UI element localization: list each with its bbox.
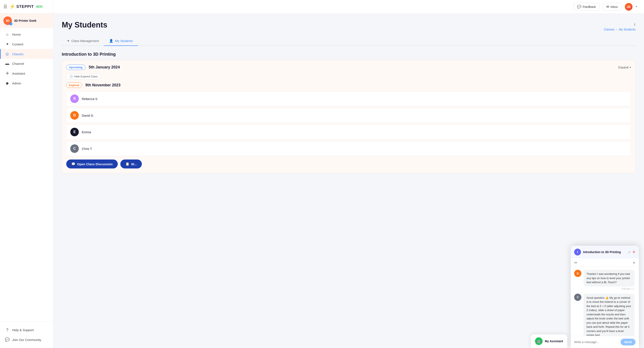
sidebar-item-community[interactable]: 💬 Join Our Community	[0, 335, 53, 344]
tab-class-management[interactable]: ✦ Class Management	[62, 36, 104, 46]
beta-badge: BETA	[35, 5, 43, 8]
upcoming-badge: Upcoming	[66, 65, 86, 70]
inbox-label: Inbox	[610, 5, 618, 9]
inbox-icon: ✉	[606, 5, 609, 9]
community-icon: 💬	[5, 337, 10, 342]
sidebar-item-classes[interactable]: ◎ Classes	[0, 49, 53, 59]
breadcrumb-area: ℹ Classes › My Students	[604, 21, 636, 31]
close-chat-button[interactable]: ✕	[632, 250, 636, 254]
sidebar-item-label: Home	[12, 33, 21, 36]
sidebar-header: ☰ ⚡ STEPPIT BETA	[0, 0, 53, 14]
student-avatar: R	[70, 94, 79, 103]
main-content: 💬 Feedback ✉ Inbox JD • My Students ℹ Cl…	[53, 0, 644, 348]
secondary-action-button[interactable]: 📋 W...	[120, 159, 142, 168]
logo-area: ⚡ STEPPIT BETA	[9, 4, 44, 9]
tab-label: Class Management	[71, 39, 99, 43]
student-name: Emma	[82, 130, 91, 134]
avatar: 3D ★	[4, 17, 12, 25]
breadcrumb: Classes › My Students	[604, 28, 636, 31]
student-row[interactable]: D David G	[66, 108, 631, 123]
user-avatar[interactable]: JD	[625, 3, 632, 11]
sidebar-item-label: Join Our Community	[12, 338, 41, 341]
open-discussion-button[interactable]: 💬 Open Class Discussion	[66, 159, 118, 168]
chat-message: C Good question 👍 My go-to method is to …	[574, 294, 636, 336]
message-avatar: D	[574, 270, 582, 277]
breadcrumb-separator: ›	[616, 28, 618, 31]
student-name: Rebecca S	[82, 97, 97, 101]
expand-button[interactable]: Expand ▾	[618, 66, 631, 69]
feedback-button[interactable]: 💬 Feedback	[574, 3, 599, 11]
sidebar-item-admin[interactable]: ◆ Admin	[0, 78, 53, 88]
student-row[interactable]: C Chris T	[66, 141, 631, 156]
breadcrumb-current: My Students	[619, 28, 636, 31]
chat-section-header[interactable]: se ▲	[571, 258, 639, 266]
sidebar-item-label: Assistant	[12, 72, 25, 75]
student-name: David G	[82, 114, 93, 117]
student-row[interactable]: E Emma	[66, 124, 631, 139]
logo-text: STEPPIT	[16, 5, 34, 9]
sidebar-item-content[interactable]: ✦ Content	[0, 39, 53, 49]
student-row[interactable]: R Rebecca S	[66, 91, 631, 106]
chat-input-area: Send	[571, 336, 639, 348]
sidebar-item-assistant[interactable]: ✛ Assistant	[0, 68, 53, 78]
sidebar-item-label: Admin	[12, 81, 21, 85]
channel-icon: ▬	[5, 61, 10, 66]
student-avatar: C	[70, 144, 79, 153]
sidebar-item-label: Help & Support	[12, 328, 34, 332]
page-tabs: ✦ Class Management 👤 My Students	[62, 36, 636, 46]
assistant-bubble-icon: 🤖	[535, 337, 543, 345]
tab-my-students[interactable]: 👤 My Students	[104, 36, 138, 46]
expand-chat-icon[interactable]: ⤢	[628, 250, 630, 254]
message-content: Thanks! I was wondering if you had any t…	[584, 270, 635, 290]
secondary-icon: 📋	[126, 162, 130, 166]
admin-icon: ◆	[5, 81, 10, 86]
chat-section-label: se	[574, 261, 577, 264]
expand-label: Expand	[618, 66, 628, 69]
page-header: My Students ℹ Classes › My Students	[62, 21, 636, 31]
discussion-label: Open Class Discussion	[77, 162, 113, 166]
help-icon: ?	[5, 328, 10, 332]
logo-icon: ⚡	[9, 4, 15, 9]
class-card: Upcoming 5th January 2024 Expand ▾ 🕐 Hid…	[62, 60, 636, 173]
hide-expired-button[interactable]: 🕐 Hide Expired Class	[66, 73, 101, 80]
sidebar-item-channel[interactable]: ▬ Channel	[0, 59, 53, 68]
hide-expired-label: Hide Expired Class	[74, 75, 98, 78]
message-time: 5:53 pm ✓✓	[584, 287, 635, 290]
inbox-button[interactable]: ✉ Inbox	[603, 3, 621, 11]
student-avatar: D	[70, 111, 79, 120]
chat-icon-letter: I	[577, 250, 578, 254]
chat-input[interactable]	[574, 340, 619, 344]
sidebar-nav: ⌂ Home ✦ Content ◎ Classes ▬ Channel ✛ A…	[0, 28, 53, 321]
message-bubble: Thanks! I was wondering if you had any t…	[584, 270, 635, 287]
clock-icon: 🕐	[70, 75, 73, 78]
upcoming-date: 5th January 2024	[89, 65, 120, 70]
info-icon[interactable]: ℹ	[634, 22, 636, 27]
avatar-initials: 3D	[6, 19, 10, 22]
chat-icon: I	[574, 249, 581, 255]
expand-chevron-icon: ▾	[630, 66, 631, 69]
header-menu-dot[interactable]: •	[636, 5, 637, 9]
send-button[interactable]: Send	[620, 339, 636, 345]
sidebar-item-label: Content	[12, 42, 24, 46]
classes-icon: ◎	[5, 52, 10, 56]
my-students-tab-icon: 👤	[109, 39, 113, 43]
sidebar-item-home[interactable]: ⌂ Home	[0, 30, 53, 39]
secondary-label: W...	[131, 162, 137, 166]
expired-badge: Expired	[66, 83, 82, 88]
chat-title-area: I Introduction to 3D Printing	[574, 249, 621, 255]
assistant-icon: ✛	[5, 71, 10, 76]
menu-icon[interactable]: ☰	[4, 4, 7, 9]
sidebar-user[interactable]: 3D ★ 3D Printer Geek	[0, 14, 53, 28]
feedback-icon: 💬	[577, 5, 582, 9]
breadcrumb-classes[interactable]: Classes	[604, 28, 614, 31]
page-title: My Students	[62, 21, 107, 30]
chat-popup: I Introduction to 3D Printing ⤢ ✕ se ▲ D…	[571, 246, 639, 348]
collapse-chevron-icon[interactable]: ▲	[632, 261, 636, 264]
class-actions: 💬 Open Class Discussion 📋 W...	[66, 159, 631, 168]
sidebar: ☰ ⚡ STEPPIT BETA 3D ★ 3D Printer Geek ⌂ …	[0, 0, 53, 348]
message-content: Good question 👍 My go-to method is to mo…	[584, 294, 635, 336]
message-avatar: C	[574, 294, 582, 301]
assistant-bubble[interactable]: 🤖 My Assistant	[531, 334, 567, 348]
sidebar-item-help[interactable]: ? Help & Support	[0, 325, 53, 335]
upcoming-row: Upcoming 5th January 2024 Expand ▾	[66, 65, 631, 70]
